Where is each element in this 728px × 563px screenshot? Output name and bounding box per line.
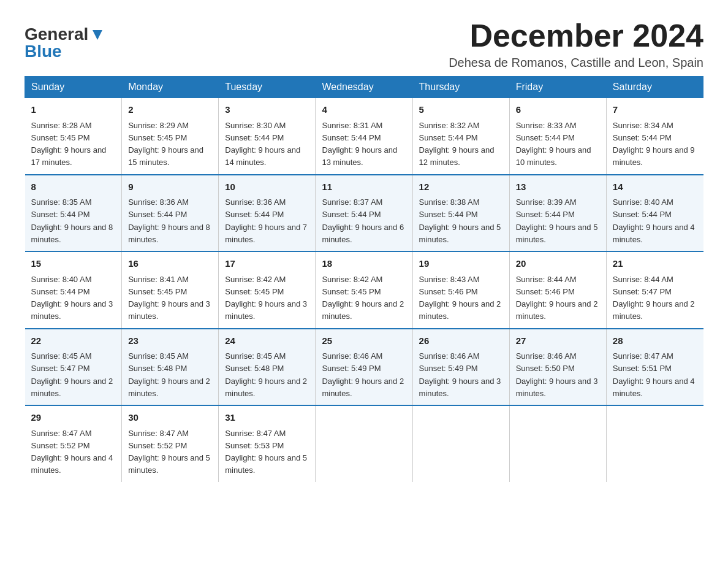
day-number: 17 [225, 257, 309, 271]
day-number: 24 [225, 334, 309, 348]
calendar-cell: 6Sunrise: 8:33 AMSunset: 5:44 PMDaylight… [509, 98, 606, 175]
day-info: Sunrise: 8:47 AMSunset: 5:52 PMDaylight:… [128, 429, 210, 475]
day-info: Sunrise: 8:36 AMSunset: 5:44 PMDaylight:… [225, 197, 307, 244]
day-info: Sunrise: 8:46 AMSunset: 5:49 PMDaylight:… [322, 351, 404, 398]
day-info: Sunrise: 8:39 AMSunset: 5:44 PMDaylight:… [516, 197, 598, 244]
calendar-cell [606, 405, 703, 482]
day-info: Sunrise: 8:45 AMSunset: 5:48 PMDaylight:… [128, 351, 210, 398]
day-info: Sunrise: 8:46 AMSunset: 5:49 PMDaylight:… [419, 351, 501, 398]
header-day-tuesday: Tuesday [219, 77, 316, 98]
calendar-cell: 28Sunrise: 8:47 AMSunset: 5:51 PMDayligh… [606, 329, 703, 406]
header-row: SundayMondayTuesdayWednesdayThursdayFrid… [25, 77, 703, 98]
calendar-cell: 17Sunrise: 8:42 AMSunset: 5:45 PMDayligh… [219, 251, 316, 329]
header-day-thursday: Thursday [412, 77, 509, 98]
calendar-cell: 9Sunrise: 8:36 AMSunset: 5:44 PMDaylight… [122, 175, 219, 252]
calendar-cell: 27Sunrise: 8:46 AMSunset: 5:50 PMDayligh… [509, 329, 606, 406]
day-info: Sunrise: 8:45 AMSunset: 5:48 PMDaylight:… [225, 351, 307, 398]
day-info: Sunrise: 8:34 AMSunset: 5:44 PMDaylight:… [613, 121, 695, 167]
calendar-cell: 29Sunrise: 8:47 AMSunset: 5:52 PMDayligh… [25, 405, 122, 482]
day-info: Sunrise: 8:45 AMSunset: 5:47 PMDaylight:… [31, 351, 113, 398]
calendar-cell: 24Sunrise: 8:45 AMSunset: 5:48 PMDayligh… [219, 329, 316, 406]
header-day-sunday: Sunday [25, 77, 122, 98]
calendar-week-row: 1Sunrise: 8:28 AMSunset: 5:45 PMDaylight… [25, 98, 703, 175]
calendar-cell: 23Sunrise: 8:45 AMSunset: 5:48 PMDayligh… [122, 329, 219, 406]
day-info: Sunrise: 8:44 AMSunset: 5:47 PMDaylight:… [613, 275, 695, 321]
calendar-cell: 11Sunrise: 8:37 AMSunset: 5:44 PMDayligh… [316, 175, 412, 252]
day-number: 25 [322, 334, 406, 348]
day-number: 26 [419, 334, 503, 348]
calendar-cell: 13Sunrise: 8:39 AMSunset: 5:44 PMDayligh… [509, 175, 606, 252]
day-number: 13 [516, 180, 600, 194]
calendar-cell: 16Sunrise: 8:41 AMSunset: 5:45 PMDayligh… [122, 251, 219, 329]
day-info: Sunrise: 8:46 AMSunset: 5:50 PMDaylight:… [516, 351, 598, 398]
calendar-cell: 10Sunrise: 8:36 AMSunset: 5:44 PMDayligh… [219, 175, 316, 252]
day-number: 31 [225, 411, 309, 425]
svg-marker-0 [93, 30, 102, 40]
calendar-cell: 12Sunrise: 8:38 AMSunset: 5:44 PMDayligh… [412, 175, 509, 252]
calendar-table: SundayMondayTuesdayWednesdayThursdayFrid… [25, 76, 703, 482]
calendar-cell: 26Sunrise: 8:46 AMSunset: 5:49 PMDayligh… [412, 329, 509, 406]
day-info: Sunrise: 8:38 AMSunset: 5:44 PMDaylight:… [419, 197, 501, 244]
day-info: Sunrise: 8:41 AMSunset: 5:45 PMDaylight:… [128, 275, 210, 321]
day-number: 19 [419, 257, 503, 271]
calendar-cell: 19Sunrise: 8:43 AMSunset: 5:46 PMDayligh… [412, 251, 509, 329]
calendar-week-row: 29Sunrise: 8:47 AMSunset: 5:52 PMDayligh… [25, 405, 703, 482]
calendar-cell: 20Sunrise: 8:44 AMSunset: 5:46 PMDayligh… [509, 251, 606, 329]
calendar-cell: 22Sunrise: 8:45 AMSunset: 5:47 PMDayligh… [25, 329, 122, 406]
day-info: Sunrise: 8:40 AMSunset: 5:44 PMDaylight:… [613, 197, 695, 244]
day-number: 18 [322, 257, 406, 271]
logo-triangle-svg [91, 28, 104, 41]
day-info: Sunrise: 8:47 AMSunset: 5:53 PMDaylight:… [225, 429, 307, 475]
day-info: Sunrise: 8:44 AMSunset: 5:46 PMDaylight:… [516, 275, 598, 321]
day-number: 27 [516, 334, 600, 348]
day-number: 23 [128, 334, 212, 348]
logo-blue-row: Blue [25, 42, 62, 61]
day-info: Sunrise: 8:40 AMSunset: 5:44 PMDaylight:… [31, 275, 113, 321]
day-info: Sunrise: 8:28 AMSunset: 5:45 PMDaylight:… [31, 121, 107, 167]
day-info: Sunrise: 8:30 AMSunset: 5:44 PMDaylight:… [225, 121, 300, 167]
page-header: General Blue December 2024 Dehesa de Rom… [25, 18, 703, 70]
day-number: 1 [31, 103, 116, 117]
calendar-cell: 4Sunrise: 8:31 AMSunset: 5:44 PMDaylight… [316, 98, 412, 175]
calendar-cell: 15Sunrise: 8:40 AMSunset: 5:44 PMDayligh… [25, 251, 122, 329]
day-number: 7 [613, 103, 697, 117]
day-number: 8 [31, 180, 116, 194]
day-number: 5 [419, 103, 503, 117]
day-number: 2 [128, 103, 212, 117]
day-number: 11 [322, 180, 406, 194]
day-info: Sunrise: 8:42 AMSunset: 5:45 PMDaylight:… [225, 275, 307, 321]
day-info: Sunrise: 8:47 AMSunset: 5:52 PMDaylight:… [31, 429, 113, 475]
logo-arrow-icon [91, 28, 104, 41]
calendar-cell: 14Sunrise: 8:40 AMSunset: 5:44 PMDayligh… [606, 175, 703, 252]
calendar-cell: 31Sunrise: 8:47 AMSunset: 5:53 PMDayligh… [219, 405, 316, 482]
day-info: Sunrise: 8:33 AMSunset: 5:44 PMDaylight:… [516, 121, 591, 167]
calendar-cell [509, 405, 606, 482]
day-info: Sunrise: 8:29 AMSunset: 5:45 PMDaylight:… [128, 121, 203, 167]
day-number: 29 [31, 411, 116, 425]
day-number: 12 [419, 180, 503, 194]
calendar-cell: 1Sunrise: 8:28 AMSunset: 5:45 PMDaylight… [25, 98, 122, 175]
day-number: 16 [128, 257, 212, 271]
day-number: 21 [613, 257, 697, 271]
day-info: Sunrise: 8:31 AMSunset: 5:44 PMDaylight:… [322, 121, 397, 167]
calendar-cell: 18Sunrise: 8:42 AMSunset: 5:45 PMDayligh… [316, 251, 412, 329]
day-number: 9 [128, 180, 212, 194]
day-number: 15 [31, 257, 116, 271]
day-info: Sunrise: 8:43 AMSunset: 5:46 PMDaylight:… [419, 275, 501, 321]
header-day-saturday: Saturday [606, 77, 703, 98]
header-day-wednesday: Wednesday [316, 77, 412, 98]
calendar-week-row: 8Sunrise: 8:35 AMSunset: 5:44 PMDaylight… [25, 175, 703, 252]
calendar-week-row: 15Sunrise: 8:40 AMSunset: 5:44 PMDayligh… [25, 251, 703, 329]
logo-blue-text: Blue [25, 42, 62, 61]
location-title: Dehesa de Romanos, Castille and Leon, Sp… [449, 56, 703, 70]
day-info: Sunrise: 8:37 AMSunset: 5:44 PMDaylight:… [322, 197, 404, 244]
calendar-cell: 8Sunrise: 8:35 AMSunset: 5:44 PMDaylight… [25, 175, 122, 252]
day-number: 6 [516, 103, 600, 117]
day-number: 22 [31, 334, 116, 348]
day-info: Sunrise: 8:36 AMSunset: 5:44 PMDaylight:… [128, 197, 210, 244]
day-number: 10 [225, 180, 309, 194]
day-number: 4 [322, 103, 406, 117]
title-block: December 2024 Dehesa de Romanos, Castill… [449, 18, 703, 70]
header-day-monday: Monday [122, 77, 219, 98]
calendar-cell [412, 405, 509, 482]
